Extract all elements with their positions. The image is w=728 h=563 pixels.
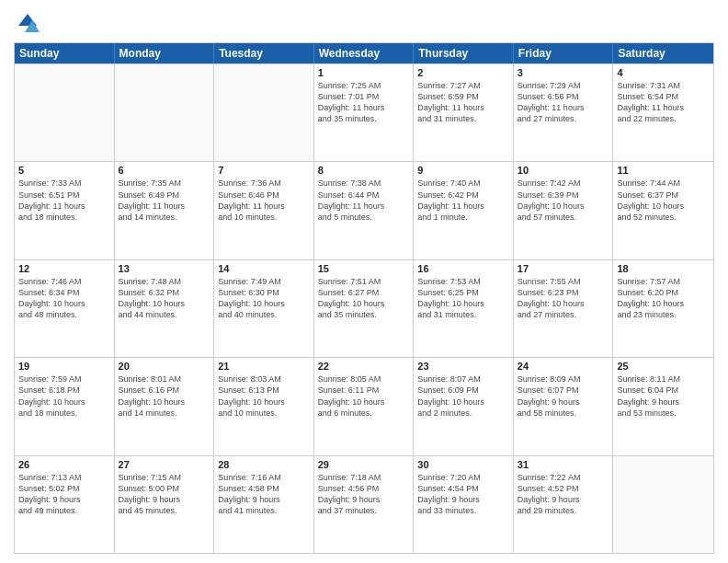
day-info: Sunrise: 7:49 AM Sunset: 6:30 PM Dayligh… (218, 276, 310, 321)
header (14, 9, 714, 37)
calendar-cell: 9Sunrise: 7:40 AM Sunset: 6:42 PM Daylig… (414, 162, 514, 259)
calendar-cell: 1Sunrise: 7:25 AM Sunset: 7:01 PM Daylig… (314, 64, 415, 161)
day-info: Sunrise: 7:29 AM Sunset: 6:56 PM Dayligh… (518, 80, 609, 125)
calendar-cell: 22Sunrise: 8:05 AM Sunset: 6:11 PM Dayli… (314, 358, 415, 454)
day-info: Sunrise: 8:05 AM Sunset: 6:11 PM Dayligh… (318, 373, 410, 419)
calendar-cell: 16Sunrise: 7:53 AM Sunset: 6:25 PM Dayli… (414, 260, 514, 357)
day-number: 21 (218, 361, 310, 372)
day-info: Sunrise: 7:15 AM Sunset: 5:00 PM Dayligh… (119, 472, 210, 517)
calendar-cell: 29Sunrise: 7:18 AM Sunset: 4:56 PM Dayli… (314, 456, 415, 553)
day-info: Sunrise: 7:18 AM Sunset: 4:56 PM Dayligh… (318, 472, 410, 517)
calendar-cell: 4Sunrise: 7:31 AM Sunset: 6:54 PM Daylig… (613, 64, 713, 161)
day-number: 30 (417, 459, 509, 470)
weekday-header: Wednesday (314, 43, 415, 63)
day-number: 18 (617, 263, 710, 274)
calendar-cell (214, 64, 314, 161)
day-info: Sunrise: 7:44 AM Sunset: 6:37 PM Dayligh… (617, 178, 710, 223)
weekday-header: Tuesday (214, 43, 314, 63)
day-info: Sunrise: 7:31 AM Sunset: 6:54 PM Dayligh… (617, 80, 710, 125)
calendar-cell (115, 64, 215, 161)
day-number: 5 (18, 165, 110, 176)
calendar-cell: 27Sunrise: 7:15 AM Sunset: 5:00 PM Dayli… (115, 456, 215, 553)
day-number: 4 (617, 67, 710, 78)
day-number: 7 (218, 165, 310, 176)
day-number: 28 (218, 459, 310, 470)
calendar-cell: 25Sunrise: 8:11 AM Sunset: 6:04 PM Dayli… (613, 358, 713, 454)
calendar-cell: 14Sunrise: 7:49 AM Sunset: 6:30 PM Dayli… (214, 260, 314, 357)
day-number: 10 (518, 165, 609, 176)
page: SundayMondayTuesdayWednesdayThursdayFrid… (0, 0, 728, 563)
calendar-cell (15, 64, 115, 161)
day-info: Sunrise: 7:16 AM Sunset: 4:58 PM Dayligh… (218, 472, 310, 517)
calendar-cell: 24Sunrise: 8:09 AM Sunset: 6:07 PM Dayli… (514, 358, 614, 454)
day-info: Sunrise: 7:38 AM Sunset: 6:44 PM Dayligh… (318, 178, 410, 223)
calendar-cell: 21Sunrise: 8:03 AM Sunset: 6:13 PM Dayli… (214, 358, 314, 454)
day-number: 2 (417, 67, 509, 78)
day-number: 31 (518, 459, 609, 470)
day-number: 9 (417, 165, 509, 176)
calendar-cell: 18Sunrise: 7:57 AM Sunset: 6:20 PM Dayli… (613, 260, 713, 357)
day-number: 16 (417, 263, 509, 274)
day-info: Sunrise: 7:35 AM Sunset: 6:49 PM Dayligh… (119, 178, 210, 223)
day-number: 29 (318, 459, 410, 470)
day-info: Sunrise: 8:07 AM Sunset: 6:09 PM Dayligh… (417, 373, 509, 419)
day-number: 12 (18, 263, 110, 274)
day-number: 22 (318, 361, 410, 372)
calendar-cell: 6Sunrise: 7:35 AM Sunset: 6:49 PM Daylig… (115, 162, 215, 259)
day-info: Sunrise: 7:27 AM Sunset: 6:59 PM Dayligh… (417, 80, 509, 125)
calendar-row: 1Sunrise: 7:25 AM Sunset: 7:01 PM Daylig… (15, 63, 713, 161)
calendar-cell: 31Sunrise: 7:22 AM Sunset: 4:52 PM Dayli… (514, 456, 614, 553)
calendar-body: 1Sunrise: 7:25 AM Sunset: 7:01 PM Daylig… (15, 63, 713, 553)
day-number: 13 (119, 263, 210, 274)
day-number: 8 (318, 165, 410, 176)
day-info: Sunrise: 8:09 AM Sunset: 6:07 PM Dayligh… (518, 373, 609, 419)
day-info: Sunrise: 7:36 AM Sunset: 6:46 PM Dayligh… (218, 178, 310, 223)
day-info: Sunrise: 7:59 AM Sunset: 6:18 PM Dayligh… (18, 373, 110, 419)
day-info: Sunrise: 8:03 AM Sunset: 6:13 PM Dayligh… (218, 373, 310, 419)
calendar-cell: 26Sunrise: 7:13 AM Sunset: 5:02 PM Dayli… (15, 456, 115, 553)
calendar-cell: 11Sunrise: 7:44 AM Sunset: 6:37 PM Dayli… (613, 162, 713, 259)
day-number: 14 (218, 263, 310, 274)
day-number: 27 (119, 459, 210, 470)
day-info: Sunrise: 7:22 AM Sunset: 4:52 PM Dayligh… (518, 472, 609, 517)
calendar-row: 12Sunrise: 7:46 AM Sunset: 6:34 PM Dayli… (15, 259, 713, 357)
calendar-cell (613, 456, 713, 553)
day-info: Sunrise: 7:42 AM Sunset: 6:39 PM Dayligh… (518, 178, 609, 223)
day-number: 20 (119, 361, 210, 372)
calendar-cell: 23Sunrise: 8:07 AM Sunset: 6:09 PM Dayli… (414, 358, 514, 454)
calendar-row: 5Sunrise: 7:33 AM Sunset: 6:51 PM Daylig… (15, 161, 713, 259)
weekday-header: Sunday (15, 43, 115, 63)
calendar-cell: 20Sunrise: 8:01 AM Sunset: 6:16 PM Dayli… (115, 358, 215, 454)
calendar-cell: 17Sunrise: 7:55 AM Sunset: 6:23 PM Dayli… (514, 260, 614, 357)
day-info: Sunrise: 8:11 AM Sunset: 6:04 PM Dayligh… (617, 373, 710, 419)
logo (14, 9, 45, 37)
logo-icon (14, 9, 41, 37)
day-info: Sunrise: 7:25 AM Sunset: 7:01 PM Dayligh… (318, 80, 410, 125)
day-number: 19 (18, 361, 110, 372)
day-number: 23 (417, 361, 509, 372)
calendar-header: SundayMondayTuesdayWednesdayThursdayFrid… (15, 43, 713, 63)
day-info: Sunrise: 7:46 AM Sunset: 6:34 PM Dayligh… (18, 276, 110, 321)
calendar-row: 19Sunrise: 7:59 AM Sunset: 6:18 PM Dayli… (15, 357, 713, 454)
day-info: Sunrise: 7:55 AM Sunset: 6:23 PM Dayligh… (518, 276, 609, 321)
calendar-cell: 3Sunrise: 7:29 AM Sunset: 6:56 PM Daylig… (514, 64, 614, 161)
day-number: 1 (318, 67, 410, 78)
weekday-header: Friday (514, 43, 614, 63)
day-info: Sunrise: 7:53 AM Sunset: 6:25 PM Dayligh… (417, 276, 509, 321)
weekday-header: Monday (115, 43, 215, 63)
calendar-cell: 2Sunrise: 7:27 AM Sunset: 6:59 PM Daylig… (414, 64, 514, 161)
day-number: 3 (518, 67, 609, 78)
calendar-cell: 7Sunrise: 7:36 AM Sunset: 6:46 PM Daylig… (214, 162, 314, 259)
day-info: Sunrise: 7:51 AM Sunset: 6:27 PM Dayligh… (318, 276, 410, 321)
day-info: Sunrise: 7:20 AM Sunset: 4:54 PM Dayligh… (417, 472, 509, 517)
calendar-cell: 30Sunrise: 7:20 AM Sunset: 4:54 PM Dayli… (414, 456, 514, 553)
day-number: 6 (119, 165, 210, 176)
calendar-cell: 8Sunrise: 7:38 AM Sunset: 6:44 PM Daylig… (314, 162, 415, 259)
calendar-cell: 15Sunrise: 7:51 AM Sunset: 6:27 PM Dayli… (314, 260, 415, 357)
day-info: Sunrise: 8:01 AM Sunset: 6:16 PM Dayligh… (119, 373, 210, 419)
weekday-header: Thursday (414, 43, 514, 63)
calendar-cell: 19Sunrise: 7:59 AM Sunset: 6:18 PM Dayli… (15, 358, 115, 454)
day-number: 15 (318, 263, 410, 274)
calendar-cell: 5Sunrise: 7:33 AM Sunset: 6:51 PM Daylig… (15, 162, 115, 259)
day-info: Sunrise: 7:40 AM Sunset: 6:42 PM Dayligh… (417, 178, 509, 223)
